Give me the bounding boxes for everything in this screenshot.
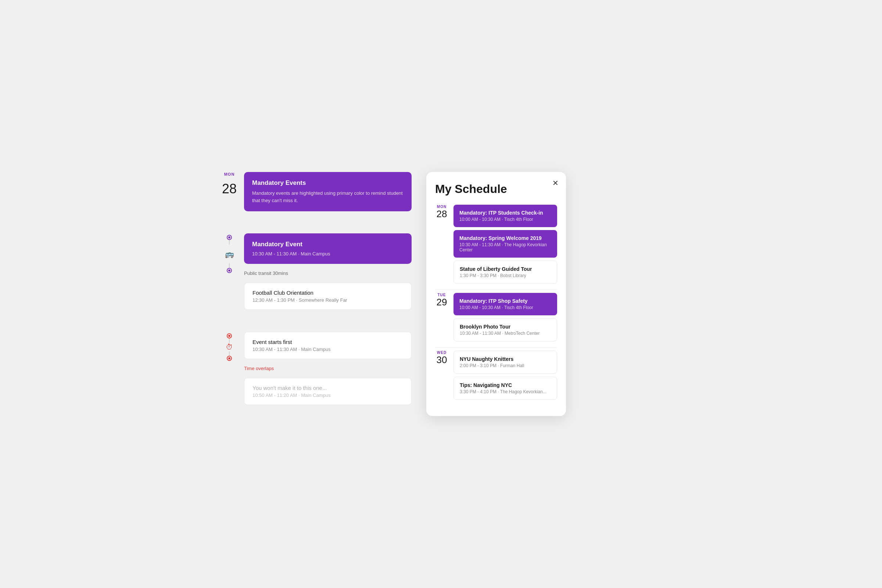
sch-event-shop-safety-title: Mandatory: ITP Shop Safety <box>459 298 551 304</box>
sch-event-brooklyn-meta: 10:30 AM - 11:30 AM · MetroTech Center <box>460 331 551 336</box>
first-event-card[interactable]: Event starts first 10:30 AM - 11:30 AM ·… <box>244 332 412 359</box>
football-event-card[interactable]: Football Club Orientation 12:30 AM - 1:3… <box>244 283 412 310</box>
timeline-col-1: 🚌 <box>220 233 238 273</box>
sch-event-itp-checkin[interactable]: Mandatory: ITP Students Check-in 10:00 A… <box>453 205 557 227</box>
day-name-mon: MON <box>224 172 235 176</box>
mandatory-events-title: Mandatory Events <box>252 179 404 187</box>
schedule-day-label-mon: MON 28 <box>435 205 448 219</box>
conflict-event-title: You won't make it to this one... <box>252 385 403 391</box>
schedule-modal: ✕ My Schedule MON 28 Mandatory: ITP Stud… <box>426 172 566 416</box>
timeline-dot-end <box>227 268 232 273</box>
mandatory-event-card[interactable]: Mandatory Event 10:30 AM - 11:30 AM · Ma… <box>244 233 412 264</box>
day-number-28: 28 <box>222 182 237 195</box>
clock-icon: ⏱ <box>226 343 233 351</box>
sch-event-nyc-title: Tips: Navigating NYC <box>460 382 551 388</box>
sch-event-shop-safety[interactable]: Mandatory: ITP Shop Safety 10:00 AM - 10… <box>453 293 557 315</box>
divider-1 <box>435 290 557 290</box>
conflict-event-meta: 10:50 AM - 11:20 AM · Main Campus <box>252 393 403 398</box>
left-panel: MON 28 Mandatory Events Mandatory events… <box>220 172 412 405</box>
sch-event-brooklyn[interactable]: Brooklyn Photo Tour 10:30 AM - 11:30 AM … <box>453 318 557 341</box>
schedule-day-tue: TUE 29 Mandatory: ITP Shop Safety 10:00 … <box>435 293 557 341</box>
football-event-title: Football Club Orientation <box>252 290 403 296</box>
schedule-title: My Schedule <box>435 182 557 196</box>
day-header-28: MON 28 <box>220 172 238 195</box>
timeline-events: Mandatory Event 10:30 AM - 11:30 AM · Ma… <box>244 233 412 310</box>
timeline-dot-start <box>227 235 232 240</box>
sch-event-knitters[interactable]: NYU Naughty Knitters 2:00 PM - 3:10 PM ·… <box>453 351 557 374</box>
schedule-day-label-tue: TUE 29 <box>435 293 448 308</box>
schedule-day-wed: WED 30 NYU Naughty Knitters 2:00 PM - 3:… <box>435 351 557 400</box>
sch-event-knitters-meta: 2:00 PM - 3:10 PM · Furman Hall <box>460 363 551 368</box>
app-container: MON 28 Mandatory Events Mandatory events… <box>220 172 662 416</box>
schedule-day-row-wed: WED 30 NYU Naughty Knitters 2:00 PM - 3:… <box>435 351 557 400</box>
schedule-events-mon: Mandatory: ITP Students Check-in 10:00 A… <box>453 205 557 284</box>
schedule-events-wed: NYU Naughty Knitters 2:00 PM - 3:10 PM ·… <box>453 351 557 400</box>
sch-event-shop-safety-meta: 10:00 AM - 10:30 AM · Tisch 4th Floor <box>459 305 551 310</box>
sch-event-itp-checkin-meta: 10:00 AM - 10:30 AM · Tisch 4th Floor <box>459 217 551 222</box>
schedule-day-row-mon: MON 28 Mandatory: ITP Students Check-in … <box>435 205 557 284</box>
section-event-transit: 🚌 Mandatory Event 10:30 AM - 11:30 AM · … <box>220 233 412 310</box>
sch-event-spring-welcome-title: Mandatory: Spring Welcome 2019 <box>459 235 551 241</box>
first-event-title: Event starts first <box>252 339 403 345</box>
close-button[interactable]: ✕ <box>552 179 559 187</box>
timeline-line-1 <box>229 240 230 244</box>
schedule-day-row-tue: TUE 29 Mandatory: ITP Shop Safety 10:00 … <box>435 293 557 341</box>
sch-event-spring-welcome-meta: 10:30 AM - 11:30 AM · The Hagop Kevorkia… <box>459 242 551 252</box>
schedule-events-tue: Mandatory: ITP Shop Safety 10:00 AM - 10… <box>453 293 557 341</box>
sch-event-brooklyn-title: Brooklyn Photo Tour <box>460 324 551 330</box>
conflict-event-card[interactable]: You won't make it to this one... 10:50 A… <box>244 378 412 405</box>
first-event-meta: 10:30 AM - 11:30 AM · Main Campus <box>252 346 403 352</box>
timeline-col-2: ⏱ <box>220 332 238 361</box>
sch-event-liberty-meta: 1:30 PM - 3:30 PM · Bobst Library <box>460 273 551 278</box>
timeline-line-2 <box>229 264 230 268</box>
mandatory-event-meta: 10:30 AM - 11:30 AM · Main Campus <box>252 251 404 256</box>
football-event-meta: 12:30 AM - 1:30 PM · Somewhere Really Fa… <box>252 297 403 303</box>
sch-event-knitters-title: NYU Naughty Knitters <box>460 356 551 362</box>
schedule-wed-num: 30 <box>436 355 447 365</box>
divider-2 <box>435 347 557 348</box>
schedule-day-label-wed: WED 30 <box>435 351 448 365</box>
timeline-dot-red-start <box>227 333 232 339</box>
section-overlap: ⏱ Event starts first 10:30 AM - 11:30 AM… <box>220 332 412 405</box>
overlap-label: Time overlaps <box>244 363 412 374</box>
timeline-dot-red-end <box>227 356 232 361</box>
sch-event-itp-checkin-title: Mandatory: ITP Students Check-in <box>459 210 551 216</box>
sch-event-nyc[interactable]: Tips: Navigating NYC 3:30 PM - 4:10 PM ·… <box>453 376 557 400</box>
sch-event-spring-welcome[interactable]: Mandatory: Spring Welcome 2019 10:30 AM … <box>453 230 557 258</box>
schedule-tue-num: 29 <box>436 297 447 308</box>
mandatory-event-title: Mandatory Event <box>252 241 404 248</box>
schedule-day-mon: MON 28 Mandatory: ITP Students Check-in … <box>435 205 557 284</box>
section-mandatory-events: MON 28 Mandatory Events Mandatory events… <box>220 172 412 212</box>
bus-icon: 🚌 <box>225 249 234 258</box>
mandatory-events-desc: Mandatory events are highlighted using p… <box>252 190 404 204</box>
sch-event-liberty-title: Statue of Liberty Guided Tour <box>460 266 551 272</box>
sch-event-nyc-meta: 3:30 PM - 4:10 PM · The Hagop Kevorkian.… <box>460 389 551 394</box>
mandatory-events-card[interactable]: Mandatory Events Mandatory events are hi… <box>244 172 412 212</box>
sch-event-liberty[interactable]: Statue of Liberty Guided Tour 1:30 PM - … <box>453 261 557 284</box>
overlap-events: Event starts first 10:30 AM - 11:30 AM ·… <box>244 332 412 405</box>
schedule-mon-num: 28 <box>436 209 447 219</box>
transit-label: Public transit 30mins <box>244 268 412 278</box>
